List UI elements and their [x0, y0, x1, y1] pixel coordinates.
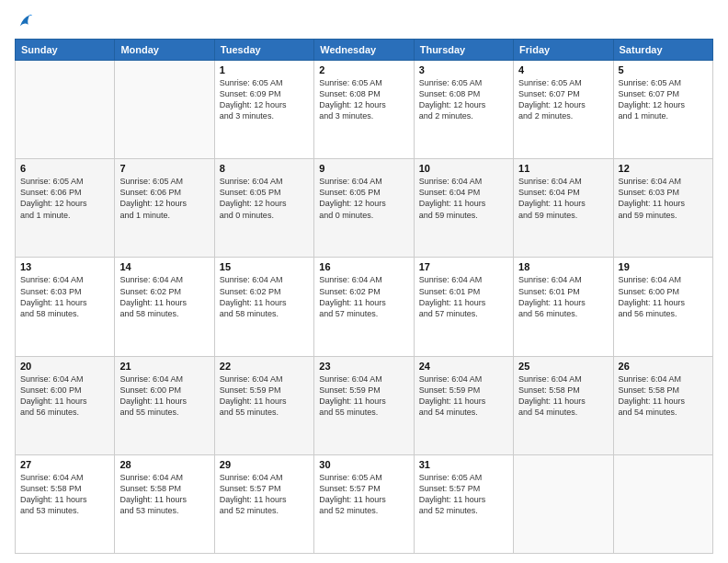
day-number: 23	[319, 361, 408, 372]
logo-icon	[15, 11, 35, 31]
day-info: Sunrise: 6:05 AM Sunset: 5:57 PM Dayligh…	[319, 472, 408, 517]
header	[15, 11, 713, 31]
calendar-cell: 24Sunrise: 6:04 AM Sunset: 5:59 PM Dayli…	[414, 356, 513, 454]
day-info: Sunrise: 6:04 AM Sunset: 5:59 PM Dayligh…	[419, 373, 508, 419]
weekday-header-tuesday: Tuesday	[214, 40, 313, 61]
day-info: Sunrise: 6:05 AM Sunset: 6:08 PM Dayligh…	[419, 77, 508, 122]
calendar-cell: 8Sunrise: 6:04 AM Sunset: 6:05 PM Daylig…	[214, 159, 313, 258]
day-info: Sunrise: 6:05 AM Sunset: 6:09 PM Dayligh…	[220, 77, 309, 122]
day-number: 11	[518, 163, 608, 174]
day-number: 22	[220, 361, 309, 372]
day-number: 8	[220, 163, 309, 174]
day-number: 17	[419, 261, 508, 272]
day-number: 15	[220, 261, 309, 272]
calendar-cell	[514, 454, 613, 553]
day-info: Sunrise: 6:05 AM Sunset: 6:06 PM Dayligh…	[20, 176, 109, 221]
calendar-cell: 6Sunrise: 6:05 AM Sunset: 6:06 PM Daylig…	[16, 159, 115, 258]
day-info: Sunrise: 6:04 AM Sunset: 5:57 PM Dayligh…	[220, 472, 309, 517]
calendar-cell: 29Sunrise: 6:04 AM Sunset: 5:57 PM Dayli…	[214, 454, 313, 553]
day-info: Sunrise: 6:04 AM Sunset: 5:58 PM Dayligh…	[518, 373, 608, 419]
day-info: Sunrise: 6:04 AM Sunset: 6:00 PM Dayligh…	[619, 274, 708, 319]
day-info: Sunrise: 6:04 AM Sunset: 6:03 PM Dayligh…	[20, 274, 109, 319]
day-info: Sunrise: 6:04 AM Sunset: 5:58 PM Dayligh…	[119, 472, 209, 517]
logo	[15, 11, 39, 31]
calendar-cell: 1Sunrise: 6:05 AM Sunset: 6:09 PM Daylig…	[214, 61, 313, 159]
weekday-header-thursday: Thursday	[414, 40, 513, 61]
calendar-cell: 4Sunrise: 6:05 AM Sunset: 6:07 PM Daylig…	[514, 61, 613, 159]
day-number: 9	[319, 163, 408, 174]
day-info: Sunrise: 6:04 AM Sunset: 6:04 PM Dayligh…	[518, 176, 608, 221]
day-info: Sunrise: 6:04 AM Sunset: 6:00 PM Dayligh…	[119, 373, 209, 419]
weekday-header-friday: Friday	[514, 40, 613, 61]
day-info: Sunrise: 6:04 AM Sunset: 6:05 PM Dayligh…	[220, 176, 309, 221]
day-number: 16	[319, 261, 408, 272]
day-number: 31	[419, 459, 508, 470]
day-number: 7	[119, 163, 209, 174]
week-row-1: 1Sunrise: 6:05 AM Sunset: 6:09 PM Daylig…	[16, 61, 713, 159]
calendar-cell: 16Sunrise: 6:04 AM Sunset: 6:02 PM Dayli…	[314, 258, 414, 356]
calendar-cell: 20Sunrise: 6:04 AM Sunset: 6:00 PM Dayli…	[16, 356, 115, 454]
day-info: Sunrise: 6:04 AM Sunset: 5:59 PM Dayligh…	[220, 373, 309, 419]
calendar-cell: 5Sunrise: 6:05 AM Sunset: 6:07 PM Daylig…	[613, 61, 712, 159]
day-info: Sunrise: 6:04 AM Sunset: 6:05 PM Dayligh…	[319, 176, 408, 221]
day-number: 25	[518, 361, 608, 372]
day-number: 13	[20, 261, 109, 272]
day-number: 14	[119, 261, 209, 272]
calendar-cell: 7Sunrise: 6:05 AM Sunset: 6:06 PM Daylig…	[115, 159, 214, 258]
weekday-header-wednesday: Wednesday	[314, 40, 414, 61]
day-number: 1	[220, 64, 309, 75]
day-number: 2	[319, 64, 408, 75]
day-info: Sunrise: 6:04 AM Sunset: 6:01 PM Dayligh…	[419, 274, 508, 319]
week-row-3: 13Sunrise: 6:04 AM Sunset: 6:03 PM Dayli…	[16, 258, 713, 356]
calendar-cell: 2Sunrise: 6:05 AM Sunset: 6:08 PM Daylig…	[314, 61, 414, 159]
day-number: 6	[20, 163, 109, 174]
calendar-cell: 25Sunrise: 6:04 AM Sunset: 5:58 PM Dayli…	[514, 356, 613, 454]
day-number: 26	[619, 361, 708, 372]
day-info: Sunrise: 6:04 AM Sunset: 5:58 PM Dayligh…	[619, 373, 708, 419]
calendar-cell: 18Sunrise: 6:04 AM Sunset: 6:01 PM Dayli…	[514, 258, 613, 356]
calendar-table: SundayMondayTuesdayWednesdayThursdayFrid…	[15, 39, 713, 554]
calendar-cell: 15Sunrise: 6:04 AM Sunset: 6:02 PM Dayli…	[214, 258, 313, 356]
day-info: Sunrise: 6:05 AM Sunset: 6:07 PM Dayligh…	[619, 77, 708, 122]
day-info: Sunrise: 6:04 AM Sunset: 6:01 PM Dayligh…	[518, 274, 608, 319]
week-row-4: 20Sunrise: 6:04 AM Sunset: 6:00 PM Dayli…	[16, 356, 713, 454]
day-info: Sunrise: 6:04 AM Sunset: 6:02 PM Dayligh…	[319, 274, 408, 319]
day-info: Sunrise: 6:04 AM Sunset: 6:02 PM Dayligh…	[119, 274, 209, 319]
day-number: 5	[619, 64, 708, 75]
weekday-header-monday: Monday	[115, 40, 214, 61]
calendar-cell: 19Sunrise: 6:04 AM Sunset: 6:00 PM Dayli…	[613, 258, 712, 356]
calendar-cell: 26Sunrise: 6:04 AM Sunset: 5:58 PM Dayli…	[613, 356, 712, 454]
calendar-cell	[16, 61, 115, 159]
day-info: Sunrise: 6:05 AM Sunset: 6:06 PM Dayligh…	[119, 176, 209, 221]
calendar-cell: 22Sunrise: 6:04 AM Sunset: 5:59 PM Dayli…	[214, 356, 313, 454]
calendar-cell: 28Sunrise: 6:04 AM Sunset: 5:58 PM Dayli…	[115, 454, 214, 553]
calendar-cell: 10Sunrise: 6:04 AM Sunset: 6:04 PM Dayli…	[414, 159, 513, 258]
calendar-cell: 13Sunrise: 6:04 AM Sunset: 6:03 PM Dayli…	[16, 258, 115, 356]
day-info: Sunrise: 6:04 AM Sunset: 5:58 PM Dayligh…	[20, 472, 109, 517]
calendar-cell: 11Sunrise: 6:04 AM Sunset: 6:04 PM Dayli…	[514, 159, 613, 258]
calendar-cell: 31Sunrise: 6:05 AM Sunset: 5:57 PM Dayli…	[414, 454, 513, 553]
calendar-cell	[613, 454, 712, 553]
day-number: 4	[518, 64, 608, 75]
weekday-header-sunday: Sunday	[16, 40, 115, 61]
calendar-cell: 17Sunrise: 6:04 AM Sunset: 6:01 PM Dayli…	[414, 258, 513, 356]
calendar-cell: 21Sunrise: 6:04 AM Sunset: 6:00 PM Dayli…	[115, 356, 214, 454]
day-info: Sunrise: 6:05 AM Sunset: 5:57 PM Dayligh…	[419, 472, 508, 517]
day-number: 18	[518, 261, 608, 272]
calendar-cell: 30Sunrise: 6:05 AM Sunset: 5:57 PM Dayli…	[314, 454, 414, 553]
day-info: Sunrise: 6:05 AM Sunset: 6:07 PM Dayligh…	[518, 77, 608, 122]
day-number: 10	[419, 163, 508, 174]
page: SundayMondayTuesdayWednesdayThursdayFrid…	[0, 0, 728, 563]
calendar-cell: 3Sunrise: 6:05 AM Sunset: 6:08 PM Daylig…	[414, 61, 513, 159]
calendar-cell	[115, 61, 214, 159]
day-number: 19	[619, 261, 708, 272]
day-info: Sunrise: 6:04 AM Sunset: 5:59 PM Dayligh…	[319, 373, 408, 419]
calendar-cell: 12Sunrise: 6:04 AM Sunset: 6:03 PM Dayli…	[613, 159, 712, 258]
day-number: 29	[220, 459, 309, 470]
day-info: Sunrise: 6:04 AM Sunset: 6:02 PM Dayligh…	[220, 274, 309, 319]
calendar-cell: 27Sunrise: 6:04 AM Sunset: 5:58 PM Dayli…	[16, 454, 115, 553]
day-number: 20	[20, 361, 109, 372]
day-number: 27	[20, 459, 109, 470]
day-number: 21	[119, 361, 209, 372]
day-info: Sunrise: 6:04 AM Sunset: 6:00 PM Dayligh…	[20, 373, 109, 419]
